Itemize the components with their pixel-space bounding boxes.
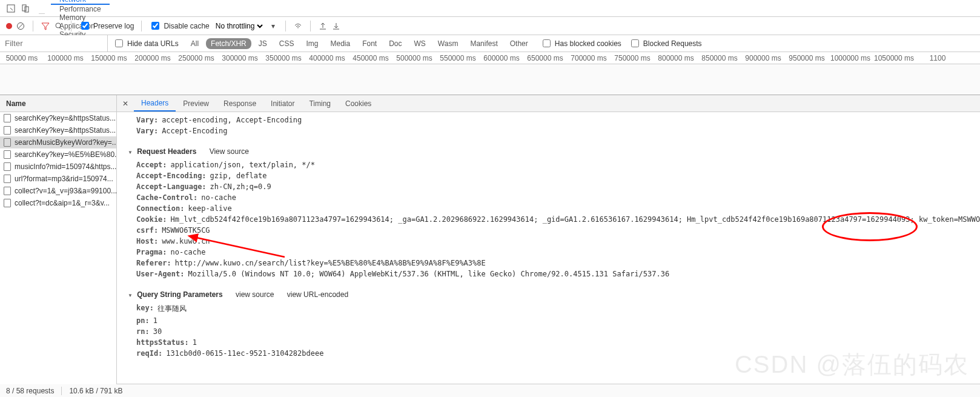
- blocked-requests-checkbox[interactable]: Blocked Requests: [629, 38, 702, 49]
- request-headers-section[interactable]: Request Headers View source: [128, 144, 974, 159]
- response-header-name: Vary:: [136, 127, 158, 135]
- clear-icon[interactable]: [16, 21, 25, 31]
- timeline-tick: 200000 ms: [131, 52, 174, 64]
- hide-data-urls-input[interactable]: [115, 39, 123, 47]
- request-header-value: Mozilla/5.0 (Windows NT 10.0; WOW64) App…: [188, 270, 669, 278]
- timeline-tick: 450000 ms: [349, 52, 392, 64]
- throttling-chevron-icon[interactable]: ▾: [268, 21, 278, 31]
- request-header-name: csrf:: [136, 226, 158, 235]
- file-icon: [4, 138, 11, 147]
- request-header-value: zh-CN,zh;q=0.9: [210, 182, 271, 191]
- request-header: Accept:application/json, text/plain, */*: [128, 159, 974, 170]
- query-param-value: 30: [153, 327, 162, 336]
- qsp-section[interactable]: Query String Parameters view source view…: [128, 287, 974, 302]
- request-name: searchKey?key=%E5%BE%80...: [15, 150, 116, 159]
- type-filter-media[interactable]: Media: [325, 38, 355, 49]
- details-tab-initiator[interactable]: Initiator: [263, 95, 302, 112]
- download-icon[interactable]: [331, 21, 341, 31]
- wifi-icon[interactable]: [293, 21, 303, 31]
- file-icon: [4, 114, 11, 122]
- record-button[interactable]: [6, 23, 12, 29]
- request-header-name: Cookie:: [136, 215, 167, 224]
- details-tab-response[interactable]: Response: [216, 95, 263, 112]
- type-filter-img[interactable]: Img: [301, 38, 323, 49]
- query-param: pn:1: [128, 315, 974, 326]
- disable-cache-checkbox[interactable]: Disable cache: [149, 20, 209, 32]
- type-filter-manifest[interactable]: Manifest: [465, 38, 502, 49]
- hide-data-urls-checkbox[interactable]: Hide data URLs: [113, 38, 179, 49]
- type-filter-fetch-xhr[interactable]: Fetch/XHR: [206, 38, 251, 49]
- type-filter-doc[interactable]: Doc: [384, 38, 406, 49]
- throttling-select[interactable]: No throttling: [213, 21, 265, 31]
- type-filter-other[interactable]: Other: [505, 38, 533, 49]
- file-icon: [4, 199, 11, 207]
- preserve-log-checkbox[interactable]: Preserve log: [79, 20, 134, 32]
- request-header-name: Accept:: [136, 161, 167, 169]
- request-row[interactable]: url?format=mp3&rid=150974...: [0, 173, 116, 185]
- blocked-requests-input[interactable]: [631, 39, 639, 47]
- search-icon[interactable]: [54, 21, 64, 31]
- preserve-log-input[interactable]: [81, 22, 89, 30]
- timeline-tick: 1000000 ms: [829, 52, 872, 64]
- request-header: Pragma:no-cache: [128, 247, 974, 258]
- type-filter-js[interactable]: JS: [254, 38, 272, 49]
- qsp-view-source-link[interactable]: view source: [236, 290, 274, 299]
- view-source-link[interactable]: View source: [210, 147, 249, 156]
- query-param-value: 1: [153, 316, 157, 325]
- filter-icon[interactable]: [41, 21, 50, 31]
- filter-input[interactable]: [0, 35, 108, 52]
- qsp-view-url-encoded-link[interactable]: view URL-encoded: [287, 290, 348, 299]
- file-icon: [4, 162, 11, 171]
- inspect-icon[interactable]: [6, 4, 16, 13]
- response-header-value: Accept-Encoding: [162, 127, 227, 135]
- type-filter-all[interactable]: All: [186, 38, 204, 49]
- type-filter-wasm[interactable]: Wasm: [433, 38, 463, 49]
- request-header-name: Accept-Language:: [136, 182, 207, 191]
- request-header: csrf:MSWWO6TK5CG: [128, 225, 974, 236]
- request-row[interactable]: searchMusicBykeyWord?key=...: [0, 136, 116, 148]
- request-row[interactable]: searchKey?key=&httpsStatus...: [0, 124, 116, 136]
- has-blocked-cookies-checkbox[interactable]: Has blocked cookies: [540, 38, 621, 49]
- svg-rect-2: [25, 7, 28, 12]
- qsp-title: Query String Parameters: [137, 290, 222, 299]
- details-tab-timing[interactable]: Timing: [302, 95, 338, 112]
- query-param: rn:30: [128, 326, 974, 337]
- blocked-requests-label: Blocked Requests: [643, 39, 702, 48]
- device-toggle-icon[interactable]: [21, 4, 30, 13]
- type-filter-font[interactable]: Font: [357, 38, 382, 49]
- top-tab-performance[interactable]: Performance: [51, 5, 110, 13]
- request-name: searchKey?key=&httpsStatus...: [15, 126, 116, 135]
- query-param-name: rn:: [136, 327, 150, 336]
- svg-point-4: [56, 23, 61, 28]
- request-row[interactable]: searchKey?key=&httpsStatus...: [0, 112, 116, 124]
- request-name: searchMusicBykeyWord?key=...: [15, 138, 116, 147]
- timeline-tick: 950000 ms: [785, 52, 829, 64]
- has-blocked-cookies-input[interactable]: [543, 39, 551, 47]
- query-param-name: reqId:: [136, 349, 162, 358]
- requests-header-name[interactable]: Name: [0, 95, 116, 112]
- timeline-overview[interactable]: [0, 64, 980, 95]
- details-tab-preview[interactable]: Preview: [176, 95, 216, 112]
- file-icon: [4, 187, 11, 195]
- close-icon[interactable]: ✕: [121, 99, 130, 108]
- query-param-name: pn:: [136, 316, 150, 325]
- query-param-value: 往事随风: [157, 304, 187, 314]
- type-filter-ws[interactable]: WS: [409, 38, 431, 49]
- timeline-tick: 800000 ms: [654, 52, 698, 64]
- details-tab-cookies[interactable]: Cookies: [338, 95, 379, 112]
- disable-cache-input[interactable]: [151, 22, 159, 30]
- timeline-tick: 1050000 ms: [872, 52, 916, 64]
- request-row[interactable]: collect?v=1&_v=j93&a=99100...: [0, 185, 116, 197]
- preserve-log-label: Preserve log: [93, 22, 134, 30]
- top-tab-network[interactable]: Network: [51, 0, 110, 5]
- request-row[interactable]: musicInfo?mid=150974&https...: [0, 161, 116, 173]
- upload-icon[interactable]: [318, 21, 328, 31]
- details-tab-headers[interactable]: Headers: [134, 95, 176, 112]
- type-filter-css[interactable]: CSS: [274, 38, 299, 49]
- timeline-tick: 350000 ms: [262, 52, 305, 64]
- request-header-name: Cache-Control:: [136, 193, 197, 202]
- request-row[interactable]: collect?t=dc&aip=1&_r=3&v...: [0, 197, 116, 209]
- request-header: Cache-Control:no-cache: [128, 192, 974, 203]
- timeline-tick: 750000 ms: [611, 52, 654, 64]
- request-row[interactable]: searchKey?key=%E5%BE%80...: [0, 148, 116, 161]
